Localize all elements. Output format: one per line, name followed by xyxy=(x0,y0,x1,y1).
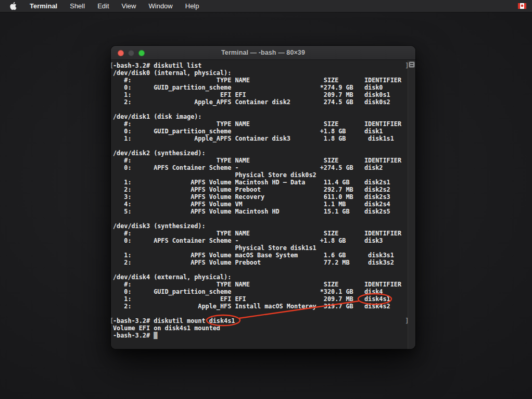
menu-item-shell[interactable]: Shell xyxy=(64,0,91,12)
terminal-cursor: █ xyxy=(154,332,157,339)
canada-flag-icon xyxy=(518,3,526,9)
minimize-button[interactable] xyxy=(128,50,134,56)
menu-bar: Terminal Shell Edit View Window Help xyxy=(0,0,532,12)
terminal-content[interactable]: -bash-3.2# diskutil list /dev/disk0 (int… xyxy=(111,60,415,349)
zoom-button[interactable] xyxy=(138,50,145,56)
close-button[interactable] xyxy=(118,50,124,56)
input-source-menu[interactable] xyxy=(518,3,526,10)
terminal-output[interactable]: -bash-3.2# diskutil list /dev/disk0 (int… xyxy=(111,60,415,339)
apple-logo-icon xyxy=(10,2,17,10)
terminal-mark-navigator-icon[interactable] xyxy=(409,61,415,68)
prompt-mark-bracket: [ xyxy=(111,317,113,325)
desktop-background: Terminal Shell Edit View Window Help Ter… xyxy=(0,0,532,399)
menu-item-edit[interactable]: Edit xyxy=(91,0,115,12)
menu-item-terminal[interactable]: Terminal xyxy=(23,0,64,12)
window-title: Terminal — -bash — 80×39 xyxy=(221,49,305,56)
traffic-lights xyxy=(118,50,145,56)
menu-item-window[interactable]: Window xyxy=(143,0,179,12)
prompt-mark-bracket: [ xyxy=(111,62,113,69)
scrollbar[interactable] xyxy=(408,60,415,349)
terminal-window: Terminal — -bash — 80×39 -bash-3.2# disk… xyxy=(111,46,415,349)
menu-item-help[interactable]: Help xyxy=(179,0,206,12)
apple-menu[interactable] xyxy=(10,2,17,10)
menu-item-view[interactable]: View xyxy=(116,0,143,12)
window-titlebar[interactable]: Terminal — -bash — 80×39 xyxy=(111,46,415,60)
